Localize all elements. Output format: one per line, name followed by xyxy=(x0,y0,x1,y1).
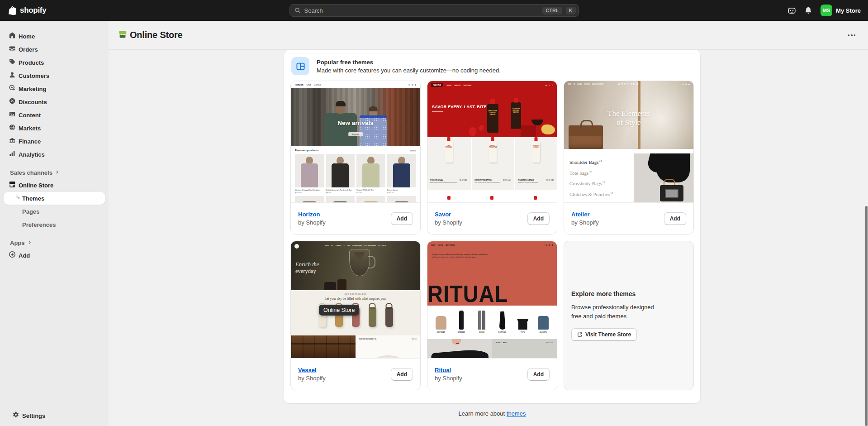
sidebar-item-label: Products xyxy=(19,59,44,66)
add-theme-button[interactable]: Add xyxy=(391,212,413,225)
explore-text-line2: free and paid themes xyxy=(571,312,686,321)
sidebar-item-home[interactable]: Home xyxy=(4,30,105,43)
savor-preview-nav: SAVOR SHOP ABOUT RECIPES xyxy=(427,81,557,89)
sidekick-icon[interactable] xyxy=(787,6,796,15)
theme-card-atelier: NEW IN BAGS SHOES ACCESSORIES ATELIER Th… xyxy=(564,81,694,235)
search-icon xyxy=(294,7,301,14)
apps-header[interactable]: Apps xyxy=(0,236,109,249)
horizon-preview[interactable]: Horizon Shop Contact New arrivals Shop n… xyxy=(291,81,420,202)
atelier-preview[interactable]: NEW IN BAGS SHOES ACCESSORIES ATELIER Th… xyxy=(564,81,693,202)
sauce-bottle: JAPANESE DIPPING SAUCE xyxy=(487,104,498,133)
sidebar-item-settings[interactable]: Settings xyxy=(7,409,101,422)
page-footer: Learn more about themes xyxy=(284,403,700,417)
bag-shape xyxy=(660,185,683,201)
sidebar-item-discounts[interactable]: Discounts xyxy=(4,96,105,108)
theme-name-link[interactable]: Horizon xyxy=(298,211,326,218)
store-menu[interactable]: MS My Store xyxy=(821,5,861,16)
sidebar-item-online-store[interactable]: Online Store xyxy=(4,179,105,191)
notifications-bell-icon[interactable] xyxy=(804,6,812,14)
savor-product-row: THE ORIGINAL THE ORIGINAL$9.49 CAD Bold,… xyxy=(427,137,557,190)
atelier-nav-links: NEW IN BAGS SHOES ACCESSORIES xyxy=(568,83,603,85)
sidebar-item-add-app[interactable]: Add xyxy=(4,249,105,262)
product-tile: Michael Shaggy Wool Cardigan $200.00 xyxy=(295,154,324,194)
storefront-icon xyxy=(9,181,16,190)
apps-label: Apps xyxy=(10,239,25,246)
theme-card-footer: Vessel by Shopify Add xyxy=(291,358,420,390)
hero-figure-collar xyxy=(360,115,387,118)
ritual-bottom-row: ROSE LL BAG $8,500.00 xyxy=(427,339,557,358)
shopify-logo[interactable]: shopify xyxy=(7,5,46,15)
theme-author: by Shopify xyxy=(435,219,462,226)
bestsellers-eyebrow: OUR BESTSELLERS xyxy=(291,293,420,295)
add-theme-button[interactable]: Add xyxy=(391,368,413,381)
store-name: My Store xyxy=(836,7,861,14)
theme-author: by Shopify xyxy=(298,375,326,382)
category-item: Clutches & Pouches13 xyxy=(569,188,634,199)
savor-preview[interactable]: SAVOR SHOP ABOUT RECIPES SAVOR EVERY. LA… xyxy=(427,81,557,202)
atelier-hero: NEW IN BAGS SHOES ACCESSORIES ATELIER Th… xyxy=(564,81,693,149)
theme-card-footer: Ritual by Shopify Add xyxy=(427,358,557,390)
sidebar-item-finance[interactable]: Finance xyxy=(4,135,105,148)
search-placeholder: Search xyxy=(304,7,539,14)
elbow-arrow-icon: ↳ xyxy=(15,193,21,201)
horizon-nav-links: Shop Contact xyxy=(307,84,321,86)
vessel-preview[interactable]: NEW IN COFFEE & TEA DRINKWARE KITCHENWAR… xyxy=(291,241,420,358)
horizon-featured-products: Featured products View all Michael Shagg… xyxy=(291,146,420,202)
category-item: Shoulder Bags13 xyxy=(569,156,634,167)
add-theme-button[interactable]: Add xyxy=(527,368,550,381)
sidebar-item-label: Finance xyxy=(19,138,41,145)
category-tile: BOTTOMS xyxy=(493,309,512,339)
shopify-bag-icon xyxy=(7,5,17,15)
product-tile: THE ORIGINAL THE ORIGINAL$9.49 CAD Bold,… xyxy=(427,137,470,190)
theme-name-link[interactable]: Atelier xyxy=(571,211,599,218)
pages-label: Pages xyxy=(22,208,39,215)
atelier-product-image xyxy=(634,153,693,202)
theme-card-footer: Horizon by Shopify Add xyxy=(291,202,420,234)
sales-channels-header[interactable]: Sales channels xyxy=(0,166,109,179)
product-tile: ROASTED GARLIC ROASTED GARLIC$9.49 CAD M… xyxy=(514,137,557,190)
category-tile: TOPS xyxy=(514,309,532,339)
vertical-scrollbar[interactable] xyxy=(865,206,868,426)
wood-cabinet-image xyxy=(291,335,356,358)
markets-globe-icon xyxy=(9,124,16,133)
theme-author: by Shopify xyxy=(298,219,326,226)
sidebar-item-products[interactable]: Products xyxy=(4,56,105,69)
vessel-bottom-row: KAKOMI DONABE 1.5L $82.50 xyxy=(291,335,420,358)
sidebar-item-label: Markets xyxy=(19,125,41,132)
sidebar-item-themes[interactable]: ↳ Themes xyxy=(4,192,105,205)
themes-help-link[interactable]: themes xyxy=(507,410,526,417)
marketing-target-icon xyxy=(9,84,16,93)
ritual-hero-title: RITUAL xyxy=(427,279,508,306)
sidebar-item-label: Discounts xyxy=(19,99,47,105)
tumbler-shape xyxy=(385,307,393,327)
orders-icon xyxy=(9,45,16,54)
hero-figure-left xyxy=(324,113,357,146)
sidebar-item-content[interactable]: Content xyxy=(4,109,105,121)
add-theme-button[interactable]: Add xyxy=(664,212,686,225)
sidebar-item-marketing[interactable]: Marketing xyxy=(4,82,105,95)
theme-card-savor: SAVOR SHOP ABOUT RECIPES SAVOR EVERY. LA… xyxy=(427,81,557,235)
sidebar-item-label: Home xyxy=(19,33,35,40)
ritual-preview[interactable]: NEW TOPS BOTTOMS Fashion for the wild at… xyxy=(427,241,557,358)
footer-text: Learn more about xyxy=(459,410,505,417)
global-search-input[interactable]: Search CTRL K xyxy=(289,4,579,17)
sidebar-item-orders[interactable]: Orders xyxy=(4,43,105,56)
ritual-product-panel: ROSE LL BAG $8,500.00 xyxy=(492,339,557,358)
sidebar-item-pages[interactable]: Pages xyxy=(4,205,105,218)
visit-theme-store-button[interactable]: Visit Theme Store xyxy=(571,328,637,341)
sidebar-item-analytics[interactable]: Analytics xyxy=(4,148,105,161)
sidebar-item-customers[interactable]: Customers xyxy=(4,69,105,82)
horizon-brand: Horizon xyxy=(295,83,304,86)
sidebar-item-markets[interactable]: Markets xyxy=(4,122,105,134)
theme-name-link[interactable]: Ritual xyxy=(435,367,462,373)
sidebar-item-preferences[interactable]: Preferences xyxy=(4,218,105,231)
explore-title: Explore more themes xyxy=(571,290,686,297)
more-actions-button[interactable] xyxy=(845,32,859,39)
ginger-shape xyxy=(541,124,555,134)
theme-name-link[interactable]: Savor xyxy=(435,211,462,218)
plate-shape xyxy=(375,355,401,358)
add-theme-button[interactable]: Add xyxy=(527,212,550,225)
preferences-label: Preferences xyxy=(22,221,56,228)
theme-name-link[interactable]: Vessel xyxy=(298,367,326,373)
plus-circle-icon xyxy=(9,251,16,260)
